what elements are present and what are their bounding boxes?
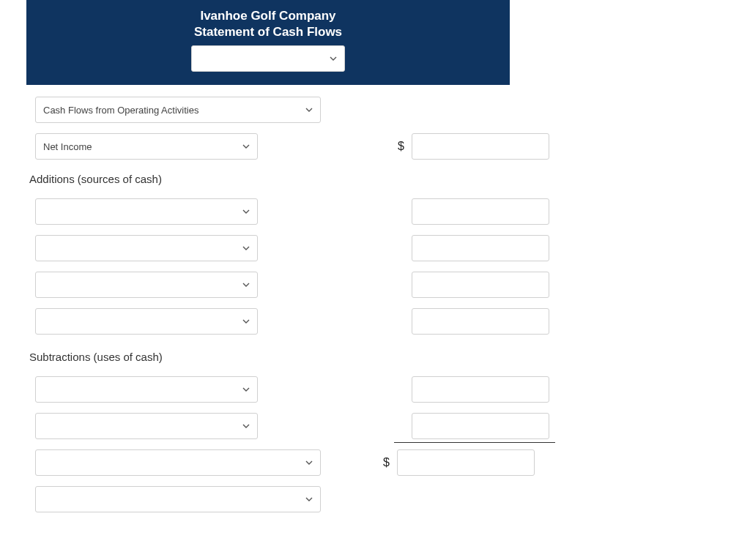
subtraction-select-2[interactable] [35, 413, 258, 439]
chevron-down-icon [305, 496, 313, 503]
addition-amount-4[interactable] [412, 308, 549, 335]
section-select[interactable]: Cash Flows from Operating Activities [35, 97, 321, 123]
addition-amount-3[interactable] [412, 272, 549, 298]
addition-select-3[interactable] [35, 272, 258, 298]
header-banner: Ivanhoe Golf Company Statement of Cash F… [26, 0, 510, 85]
total-amount[interactable] [397, 449, 535, 476]
subtraction-select-1[interactable] [35, 376, 258, 403]
subtraction-amount-1[interactable] [412, 376, 549, 403]
chevron-down-icon [305, 106, 313, 113]
net-income-amount[interactable] [412, 133, 549, 160]
subtotal-rule [394, 442, 555, 443]
company-name: Ivanhoe Golf Company [26, 7, 510, 25]
chevron-down-icon [242, 422, 250, 430]
additions-heading: Additions (sources of cash) [29, 170, 724, 198]
footer-select[interactable] [35, 486, 321, 512]
addition-amount-2[interactable] [412, 235, 549, 261]
addition-select-2[interactable] [35, 235, 258, 261]
currency-symbol: $ [353, 456, 397, 469]
chevron-down-icon [242, 244, 250, 252]
addition-select-1[interactable] [35, 198, 258, 225]
chevron-down-icon [242, 281, 250, 288]
period-select[interactable] [191, 45, 345, 72]
chevron-down-icon [242, 208, 250, 215]
total-select[interactable] [35, 449, 321, 476]
statement-title: Statement of Cash Flows [26, 25, 510, 45]
subtraction-amount-2[interactable] [412, 413, 549, 439]
chevron-down-icon [242, 318, 250, 325]
subtractions-heading: Subtractions (uses of cash) [29, 348, 724, 376]
chevron-down-icon [242, 386, 250, 393]
net-income-select[interactable]: Net Income [35, 133, 258, 160]
chevron-down-icon [330, 55, 337, 62]
currency-symbol: $ [368, 140, 412, 153]
net-income-label: Net Income [43, 141, 92, 152]
section-select-value: Cash Flows from Operating Activities [43, 105, 198, 116]
addition-amount-1[interactable] [412, 198, 549, 225]
chevron-down-icon [242, 143, 250, 150]
chevron-down-icon [305, 459, 313, 466]
addition-select-4[interactable] [35, 308, 258, 335]
